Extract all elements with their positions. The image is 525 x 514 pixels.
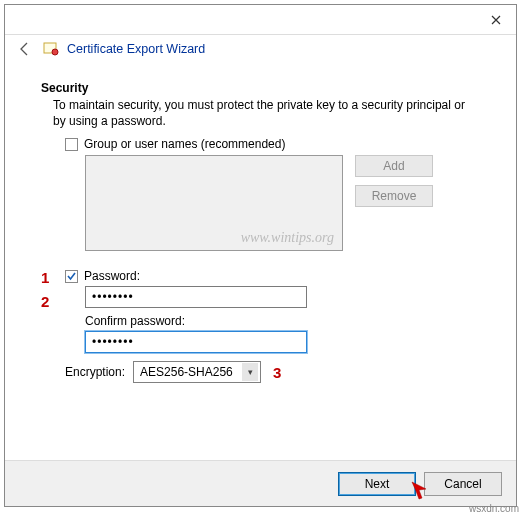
encryption-selected-value: AES256-SHA256 bbox=[140, 365, 233, 379]
section-description: To maintain security, you must protect t… bbox=[53, 97, 480, 129]
svg-point-1 bbox=[52, 49, 58, 55]
confirm-password-input[interactable] bbox=[85, 331, 307, 353]
close-icon bbox=[491, 15, 501, 25]
encryption-label: Encryption: bbox=[65, 365, 125, 379]
group-names-option: Group or user names (recommended) bbox=[65, 137, 480, 151]
encryption-row: Encryption: AES256-SHA256 ▾ 3 bbox=[65, 361, 480, 383]
chevron-down-icon: ▾ bbox=[242, 363, 258, 381]
wizard-window: Certificate Export Wizard Security To ma… bbox=[4, 4, 517, 507]
back-arrow-icon bbox=[17, 41, 33, 57]
footer: Next Cancel bbox=[5, 460, 516, 506]
password-label: Password: bbox=[84, 269, 140, 283]
titlebar bbox=[5, 5, 516, 35]
password-input[interactable] bbox=[85, 286, 307, 308]
annotation-3: 3 bbox=[273, 364, 281, 381]
group-names-label: Group or user names (recommended) bbox=[84, 137, 285, 151]
group-buttons: Add Remove bbox=[355, 155, 433, 207]
password-checkbox[interactable] bbox=[65, 270, 78, 283]
header: Certificate Export Wizard bbox=[5, 35, 516, 69]
password-section: 1 Password: 2 Confirm password: bbox=[65, 269, 480, 353]
attribution-text: wsxdn.com bbox=[469, 503, 519, 514]
add-button: Add bbox=[355, 155, 433, 177]
group-names-listbox[interactable]: www.wintips.org bbox=[85, 155, 343, 251]
annotation-2: 2 bbox=[41, 293, 49, 310]
certificate-icon bbox=[43, 41, 59, 57]
content-area: Security To maintain security, you must … bbox=[5, 69, 516, 460]
confirm-password-label: Confirm password: bbox=[85, 314, 480, 328]
encryption-select[interactable]: AES256-SHA256 ▾ bbox=[133, 361, 261, 383]
password-option: Password: bbox=[65, 269, 480, 283]
back-button[interactable] bbox=[15, 39, 35, 59]
group-names-area: www.wintips.org Add Remove bbox=[85, 155, 480, 251]
cancel-button[interactable]: Cancel bbox=[424, 472, 502, 496]
section-heading: Security bbox=[41, 81, 480, 95]
watermark-text: www.wintips.org bbox=[241, 230, 334, 246]
annotation-1: 1 bbox=[41, 269, 49, 286]
group-names-checkbox[interactable] bbox=[65, 138, 78, 151]
checkmark-icon bbox=[66, 271, 77, 282]
next-button[interactable]: Next bbox=[338, 472, 416, 496]
wizard-title: Certificate Export Wizard bbox=[67, 42, 205, 56]
remove-button: Remove bbox=[355, 185, 433, 207]
close-button[interactable] bbox=[476, 6, 516, 34]
